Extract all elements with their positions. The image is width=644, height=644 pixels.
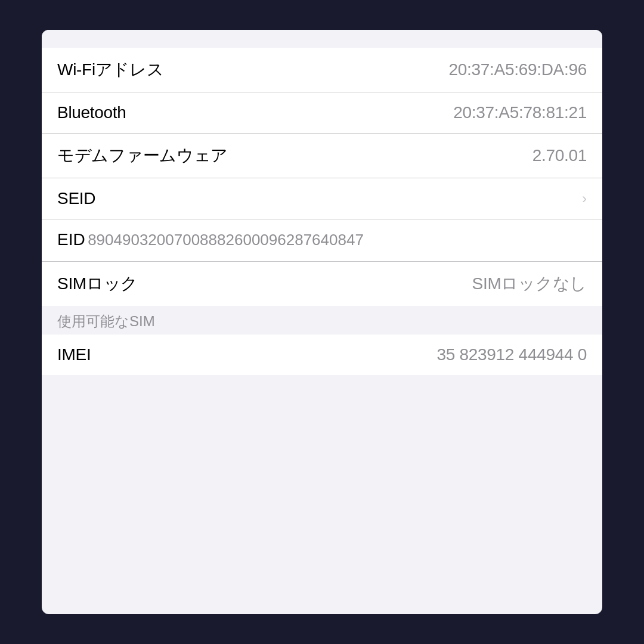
imei-value: 35 823912 444944 0 xyxy=(436,345,587,364)
seid-row[interactable]: SEID › xyxy=(42,178,602,219)
wifi-address-row: Wi-Fiアドレス 20:37:A5:69:DA:96 xyxy=(42,48,602,92)
available-sim-header: 使用可能なSIM xyxy=(42,306,602,335)
modem-firmware-row: モデムファームウェア 2.70.01 xyxy=(42,134,602,178)
sim-lock-value: SIMロックなし xyxy=(472,273,587,295)
eid-label: EID xyxy=(57,230,85,249)
seid-label: SEID xyxy=(57,189,95,208)
sim-lock-label: SIMロック xyxy=(57,273,138,295)
modem-firmware-label: モデムファームウェア xyxy=(57,144,228,167)
seid-chevron-icon: › xyxy=(582,190,587,207)
bluetooth-label: Bluetooth xyxy=(57,103,126,122)
wifi-address-label: Wi-Fiアドレス xyxy=(57,58,164,81)
modem-firmware-value: 2.70.01 xyxy=(532,146,587,165)
imei-row: IMEI 35 823912 444944 0 xyxy=(42,335,602,375)
eid-value: 89049032007008882600096287640847 xyxy=(88,231,364,249)
eid-row: EID 89049032007008882600096287640847 xyxy=(42,219,602,262)
sim-lock-row: SIMロック SIMロックなし xyxy=(42,262,602,306)
bluetooth-value: 20:37:A5:78:81:21 xyxy=(453,103,587,122)
wifi-address-value: 20:37:A5:69:DA:96 xyxy=(448,60,587,79)
imei-label: IMEI xyxy=(57,345,91,364)
bluetooth-row: Bluetooth 20:37:A5:78:81:21 xyxy=(42,92,602,134)
